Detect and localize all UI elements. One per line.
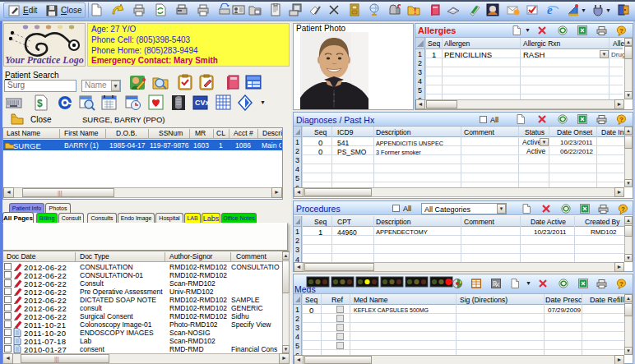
svg-text:?: ? <box>619 280 623 288</box>
